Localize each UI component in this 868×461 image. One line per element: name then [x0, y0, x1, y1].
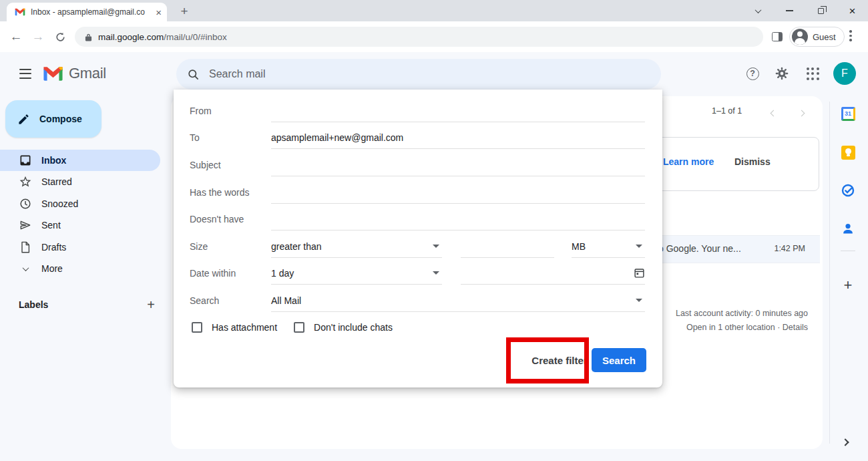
search-submit-button[interactable]: Search — [592, 348, 646, 372]
support-button[interactable]: ? — [743, 64, 762, 83]
compose-label: Compose — [39, 114, 82, 124]
settings-button[interactable] — [773, 64, 791, 83]
dropdown-arrow-icon — [433, 245, 439, 248]
date-within-dropdown[interactable]: 1 day — [271, 262, 442, 285]
calendar-icon: 31 — [841, 107, 855, 121]
sidebar-item-label: Inbox — [41, 155, 66, 166]
browser-titlebar: Inbox - apsamplemail@gmail.co × + × — [0, 0, 868, 21]
avatar-initial: F — [841, 67, 848, 80]
url-domain: mail.google.com — [98, 32, 164, 42]
newer-page-button[interactable] — [768, 108, 779, 118]
calendar-app-button[interactable]: 31 — [841, 106, 855, 121]
learn-more-link[interactable]: Learn more — [663, 156, 714, 167]
has-attachment-checkbox[interactable] — [192, 322, 202, 333]
close-button[interactable]: × — [837, 0, 868, 21]
search-icon[interactable] — [187, 68, 200, 81]
older-page-button[interactable] — [796, 108, 807, 118]
get-addons-button[interactable]: + — [840, 277, 856, 293]
has-attachment-label: Has attachment — [212, 322, 277, 333]
has-words-input[interactable] — [271, 181, 645, 204]
size-value-input[interactable] — [461, 235, 554, 258]
sidebar-item-label: Sent — [41, 220, 61, 230]
star-icon — [19, 175, 32, 188]
send-icon — [19, 218, 32, 232]
lock-icon[interactable] — [85, 33, 92, 41]
forward-button[interactable]: → — [29, 27, 47, 46]
search-filter-panel: From To apsamplemail+new@gmail.com Subje… — [174, 90, 662, 388]
tab-close-icon[interactable]: × — [156, 7, 162, 17]
side-panel-collapse-button[interactable] — [843, 436, 848, 448]
search-scope-label: Search — [190, 295, 271, 306]
calendar-picker-icon[interactable] — [634, 267, 645, 279]
contacts-app-button[interactable] — [841, 221, 855, 236]
apps-grid-icon — [807, 67, 819, 80]
sidebar-item-snoozed[interactable]: Snoozed — [0, 193, 160, 214]
size-unit-dropdown[interactable]: MB — [572, 235, 645, 258]
filter-row-search-scope: Search All Mail — [190, 289, 645, 313]
compose-button[interactable]: Compose — [5, 100, 101, 138]
dismiss-button[interactable]: Dismiss — [734, 156, 771, 167]
new-tab-button[interactable]: + — [176, 3, 193, 20]
details-link[interactable]: Details — [783, 323, 808, 332]
side-panel-toggle-icon[interactable] — [772, 32, 783, 41]
back-button[interactable]: ← — [7, 27, 25, 46]
date-picker-input[interactable] — [461, 262, 645, 285]
dropdown-arrow-icon — [636, 245, 642, 248]
sidebar-item-label: Drafts — [41, 242, 66, 253]
chevron-down-icon — [19, 267, 32, 271]
main-menu-icon[interactable] — [17, 65, 33, 82]
last-activity-text: Last account activity: 0 minutes ago — [676, 307, 808, 321]
dont-include-chats-checkbox[interactable] — [294, 322, 304, 333]
open-location-text: Open in 1 other location — [686, 323, 775, 332]
pagination-text: 1–1 of 1 — [712, 106, 742, 116]
search-input[interactable] — [208, 67, 654, 81]
subject-input[interactable] — [271, 154, 645, 176]
sidebar-item-more[interactable]: More — [0, 258, 160, 279]
gmail-favicon-icon — [15, 8, 25, 16]
doesnt-have-label: Doesn't have — [190, 214, 271, 224]
email-snippet[interactable]: o Google. Your ne... — [658, 243, 741, 254]
filter-row-checkboxes: Has attachment Don't include chats — [190, 315, 645, 339]
filter-row-subject: Subject — [190, 153, 645, 177]
sidebar-item-inbox[interactable]: Inbox — [0, 150, 160, 171]
browser-tab[interactable]: Inbox - apsamplemail@gmail.co × — [7, 3, 167, 21]
reload-button[interactable] — [51, 27, 69, 46]
search-scope-dropdown[interactable]: All Mail — [271, 289, 645, 312]
from-input[interactable] — [271, 100, 645, 122]
browser-menu-icon[interactable] — [849, 30, 852, 41]
sidebar-item-sent[interactable]: Sent — [0, 214, 160, 236]
sidebar-item-drafts[interactable]: Drafts — [0, 237, 160, 258]
minimize-button[interactable] — [774, 0, 805, 21]
apps-button[interactable] — [803, 64, 822, 83]
browser-window: Inbox - apsamplemail@gmail.co × + × ← → — [0, 0, 868, 461]
filter-row-date: Date within 1 day — [190, 261, 645, 285]
from-label: From — [190, 106, 271, 116]
dropdown-arrow-icon — [636, 299, 642, 302]
filter-row-doesnt-have: Doesn't have — [190, 207, 645, 231]
keep-app-button[interactable] — [841, 145, 855, 160]
file-icon — [19, 241, 32, 254]
tasks-app-button[interactable] — [841, 183, 855, 198]
clock-icon — [19, 197, 32, 210]
restore-button[interactable] — [805, 0, 837, 21]
gmail-logo[interactable]: Gmail — [43, 63, 106, 84]
to-input[interactable]: apsamplemail+new@gmail.com — [271, 126, 645, 149]
browser-navbar: ← → mail.google.com/mail/u/0/#inbox Gues… — [0, 21, 868, 52]
create-label-button[interactable]: + — [143, 297, 159, 313]
create-filter-button[interactable]: Create filter — [519, 351, 600, 369]
doesnt-have-input[interactable] — [271, 208, 645, 230]
subject-label: Subject — [190, 160, 271, 170]
dont-include-chats-label: Don't include chats — [314, 322, 393, 333]
profile-avatar-icon — [792, 29, 808, 45]
sidebar-item-starred[interactable]: Starred — [0, 171, 160, 192]
sidebar-item-label: More — [41, 263, 63, 274]
profile-button[interactable]: Guest — [789, 27, 845, 47]
has-words-label: Has the words — [190, 187, 271, 198]
size-operator-dropdown[interactable]: greater than — [271, 235, 442, 258]
tab-search-icon[interactable] — [742, 0, 774, 21]
account-avatar[interactable]: F — [833, 62, 856, 85]
address-bar[interactable]: mail.google.com/mail/u/0/#inbox — [75, 27, 763, 47]
search-bar[interactable] — [176, 59, 661, 90]
gear-icon — [775, 66, 789, 81]
inbox-icon — [19, 154, 32, 167]
